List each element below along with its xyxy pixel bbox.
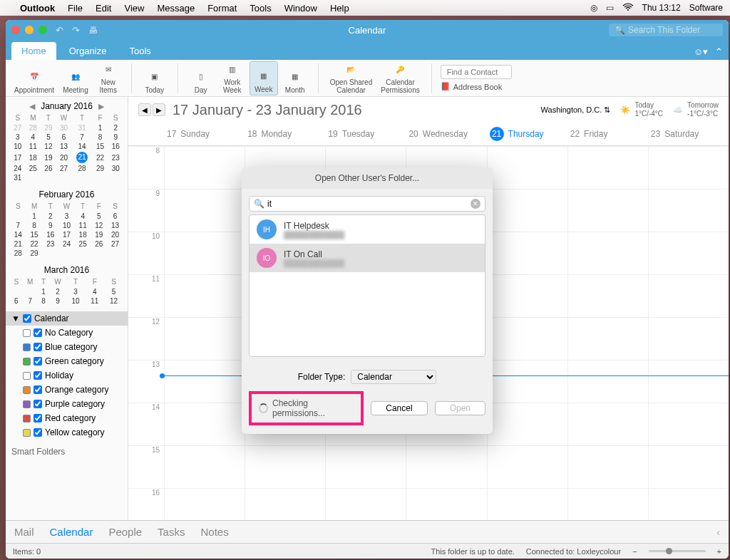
mini-cal-day[interactable]: 17 [58, 230, 75, 239]
mini-cal-day[interactable]: 19 [41, 151, 56, 164]
print-button[interactable]: 🖶 [88, 25, 98, 36]
meeting-button[interactable]: 👥Meeting [60, 61, 91, 95]
mini-cal-day[interactable] [107, 249, 123, 258]
mini-cal-day[interactable]: 22 [26, 239, 43, 249]
mini-cal-day[interactable]: 28 [10, 249, 26, 258]
mini-cal-day[interactable] [91, 249, 108, 258]
mini-cal-day[interactable]: 13 [107, 221, 123, 230]
tab-organize[interactable]: Organize [59, 42, 117, 60]
today-button[interactable]: ▣Today [140, 61, 169, 95]
mini-cal-day[interactable]: 6 [107, 212, 123, 221]
mini-cal-day[interactable]: 18 [75, 230, 91, 239]
mini-cal-day[interactable] [93, 173, 108, 182]
sync-icon[interactable]: ◎ [590, 3, 597, 13]
mini-cal-day[interactable] [75, 249, 91, 258]
mini-cal-day[interactable]: 28 [71, 164, 93, 173]
category-checkbox[interactable] [34, 328, 42, 337]
maximize-window-button[interactable] [38, 26, 47, 34]
mini-cal-day[interactable]: 29 [93, 164, 108, 173]
collapse-ribbon-icon[interactable]: ⌃ [715, 46, 723, 57]
menu-tools[interactable]: Tools [250, 3, 271, 14]
close-window-button[interactable] [11, 26, 20, 34]
mini-cal-day[interactable]: 3 [58, 212, 75, 221]
user-result-item[interactable]: IOIT On Call████████████ [250, 244, 485, 272]
weather-location[interactable]: Washington, D.C. ⇅ [541, 105, 611, 115]
mini-cal-day[interactable]: 24 [58, 239, 75, 249]
airplay-icon[interactable]: ▭ [606, 3, 614, 13]
mini-cal-day[interactable]: 12 [41, 142, 56, 151]
mini-cal-day[interactable]: 1 [26, 212, 43, 221]
category-item[interactable]: Green category [6, 354, 128, 368]
dialog-search-field[interactable]: 🔍 it ✕ [249, 196, 485, 212]
account-icon[interactable]: ☺▾ [694, 46, 708, 57]
calendar-tree-root[interactable]: ▼ Calendar [6, 311, 128, 326]
mini-cal-day[interactable]: 3 [66, 287, 86, 296]
mini-cal-day[interactable] [58, 249, 75, 258]
mini-cal-day[interactable]: 12 [91, 221, 108, 230]
mini-cal-day[interactable]: 15 [26, 230, 43, 239]
mini-cal-day[interactable]: 12 [104, 296, 123, 306]
mini-cal-day[interactable]: 16 [108, 142, 123, 151]
mini-cal-day[interactable]: 21 [10, 239, 26, 249]
find-contact-input[interactable] [441, 65, 512, 79]
mini-cal-day[interactable]: 7 [71, 133, 93, 142]
day-column-header[interactable]: 22Friday [567, 123, 648, 145]
mini-cal-day[interactable]: 21 [71, 151, 93, 164]
new-items-button[interactable]: ✉New Items [94, 61, 123, 95]
mini-cal-day[interactable]: 13 [56, 142, 72, 151]
open-shared-calendar-button[interactable]: 📂Open Shared Calendar [327, 61, 376, 95]
mini-cal-day[interactable] [56, 173, 72, 182]
mini-cal-day[interactable]: 14 [10, 230, 26, 239]
mini-cal-day[interactable]: 8 [93, 133, 108, 142]
mini-cal-day[interactable]: 17 [10, 151, 26, 164]
category-item[interactable]: Blue category [6, 340, 128, 354]
mini-cal-day[interactable] [71, 173, 93, 182]
cancel-button[interactable]: Cancel [371, 401, 427, 415]
undo-button[interactable]: ↶ [56, 25, 63, 36]
folder-type-select[interactable]: Calendar [351, 370, 436, 384]
mini-cal-day[interactable]: 27 [10, 123, 26, 133]
menu-window[interactable]: Window [284, 3, 317, 14]
mini-cal-day[interactable]: 20 [56, 151, 72, 164]
mini-cal-day[interactable]: 4 [26, 133, 41, 142]
day-column-header[interactable]: 17Sunday [164, 123, 245, 145]
category-checkbox[interactable] [34, 385, 42, 394]
mini-cal-day[interactable]: 2 [49, 287, 66, 296]
mini-cal-day[interactable]: 6 [10, 296, 23, 306]
mini-cal-day[interactable] [42, 249, 58, 258]
menu-format[interactable]: Format [207, 3, 237, 14]
category-item[interactable]: No Category [6, 326, 128, 340]
category-checkbox[interactable] [34, 414, 42, 422]
mini-cal-day[interactable]: 11 [85, 296, 104, 306]
menu-edit[interactable]: Edit [96, 3, 111, 14]
mini-cal-day[interactable]: 31 [71, 123, 93, 133]
mini-cal-day[interactable]: 30 [56, 123, 72, 133]
prev-month-icon[interactable]: ◀ [29, 102, 35, 111]
mini-cal-day[interactable]: 9 [49, 296, 66, 306]
mini-cal-day[interactable]: 10 [58, 221, 75, 230]
mini-cal-day[interactable]: 26 [41, 164, 56, 173]
mini-cal-day[interactable]: 31 [10, 173, 26, 182]
address-book-button[interactable]: 📕Address Book [441, 82, 512, 91]
mini-cal-day[interactable]: 4 [85, 287, 104, 296]
tab-home[interactable]: Home [11, 42, 56, 60]
menu-help[interactable]: Help [330, 3, 349, 14]
user-result-item[interactable]: IHIT Helpdesk████████████ [250, 215, 485, 244]
category-checkbox[interactable] [34, 400, 42, 408]
smart-folders-header[interactable]: Smart Folders [6, 442, 128, 461]
mini-cal-day[interactable]: 30 [108, 164, 123, 173]
mini-cal-day[interactable]: 16 [42, 230, 58, 239]
day-column-header[interactable]: 19Tuesday [325, 123, 406, 145]
day-column-header[interactable]: 18Monday [245, 123, 325, 145]
mini-cal-day[interactable]: 23 [108, 151, 123, 164]
clear-search-icon[interactable]: ✕ [471, 199, 480, 209]
menubar-clock[interactable]: Thu 13:12 [642, 3, 681, 13]
month-view-button[interactable]: ▦Month [281, 61, 309, 95]
wifi-icon[interactable] [622, 2, 634, 14]
mini-cal-day[interactable]: 11 [75, 221, 91, 230]
mini-cal-day[interactable] [10, 287, 23, 296]
mini-cal-day[interactable]: 24 [10, 164, 26, 173]
zoom-in-button[interactable]: + [717, 547, 721, 556]
mini-cal-day[interactable]: 25 [26, 164, 41, 173]
nav-calendar[interactable]: Calendar [50, 526, 93, 538]
